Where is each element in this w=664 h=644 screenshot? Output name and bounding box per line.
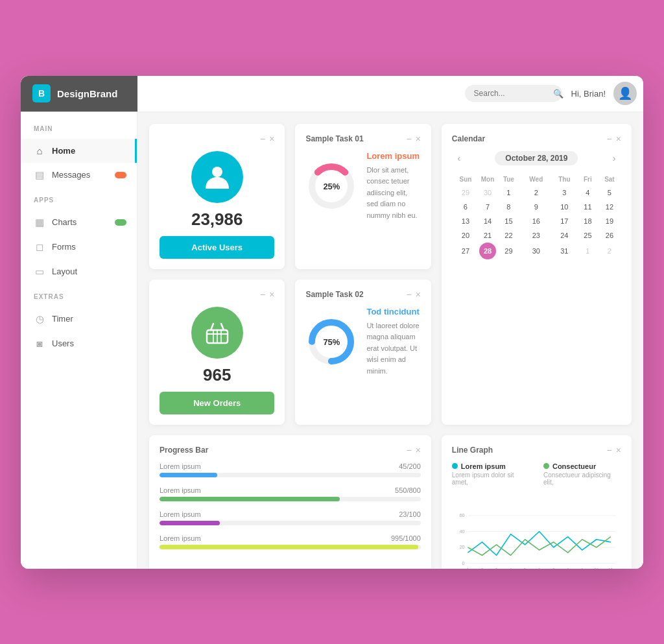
minimize-icon[interactable]: − — [607, 134, 612, 143]
cal-next-button[interactable]: › — [607, 151, 621, 165]
progress-row: Lorem ipsum 550/800 — [160, 486, 421, 501]
svg-text:6: 6 — [538, 567, 541, 568]
cal-day[interactable]: 9 — [521, 200, 551, 214]
minimize-icon[interactable]: − — [607, 446, 612, 455]
close-icon[interactable]: × — [269, 134, 274, 143]
minimize-icon[interactable]: − — [406, 446, 411, 455]
cal-day[interactable]: 13 — [452, 214, 479, 228]
cal-header-wed: Wed — [521, 173, 551, 185]
cal-day[interactable]: 6 — [452, 200, 479, 214]
charts-badge — [115, 219, 126, 226]
cal-day[interactable]: 30 — [521, 243, 551, 259]
cal-day[interactable]: 18 — [578, 214, 598, 228]
active-users-button[interactable]: Active Users — [160, 236, 274, 259]
sidebar: MAIN ⌂ Home ▤ Messages APPS ▦ Charts ◻ F… — [21, 112, 137, 569]
close-icon[interactable]: × — [269, 290, 274, 299]
cal-day[interactable]: 27 — [452, 243, 479, 259]
cal-day[interactable]: 14 — [479, 214, 496, 228]
legend-item-2: Consectueur Consectueur adipiscing elit, — [543, 462, 621, 486]
progress-row: Lorem ipsum 45/200 — [160, 462, 421, 477]
app-container: B DesignBrand 🔍 Hi, Brian! 👤 MAIN ⌂ Home… — [21, 76, 643, 569]
sidebar-item-label: Layout — [52, 267, 77, 276]
cal-day[interactable]: 26 — [598, 228, 621, 243]
new-orders-card: − × — [149, 280, 285, 425]
sidebar-item-users[interactable]: ◙ Users — [21, 331, 137, 355]
sidebar-section-apps: APPS — [21, 197, 137, 210]
cal-day[interactable]: 16 — [521, 214, 551, 228]
cal-day[interactable]: 31 — [551, 243, 578, 259]
progress-fill — [160, 545, 418, 549]
app-body: MAIN ⌂ Home ▤ Messages APPS ▦ Charts ◻ F… — [21, 112, 643, 569]
svg-point-0 — [212, 167, 222, 177]
cal-day[interactable]: 5 — [598, 185, 621, 200]
cal-prev-button[interactable]: ‹ — [452, 151, 466, 165]
cal-day[interactable]: 20 — [452, 228, 479, 243]
active-users-count: 23,986 — [191, 209, 243, 230]
cal-day[interactable]: 4 — [578, 185, 598, 200]
minimize-icon[interactable]: − — [406, 290, 411, 299]
sidebar-item-forms[interactable]: ◻ Forms — [21, 235, 137, 259]
card-controls: − × — [260, 134, 274, 143]
progress-track — [160, 497, 421, 501]
task1-title: Sample Task 01 — [305, 134, 363, 143]
close-icon[interactable]: × — [616, 446, 621, 455]
cal-day[interactable]: 25 — [578, 228, 598, 243]
task1-text: Lorem ipsum Dlor sit amet, consec tetuer… — [366, 151, 420, 222]
cal-day[interactable]: 29 — [452, 185, 479, 200]
close-icon[interactable]: × — [416, 446, 421, 455]
cal-day[interactable]: 17 — [551, 214, 578, 228]
cal-day[interactable]: 10 — [551, 200, 578, 214]
cal-day[interactable]: 23 — [521, 228, 551, 243]
basket-svg — [203, 318, 231, 347]
cal-day[interactable]: 1 — [578, 243, 598, 259]
charts-icon: ▦ — [34, 217, 45, 228]
sidebar-item-messages[interactable]: ▤ Messages — [21, 163, 137, 187]
new-orders-button[interactable]: New Orders — [160, 392, 274, 414]
cal-day[interactable]: 7 — [479, 200, 496, 214]
cal-day[interactable]: 22 — [496, 228, 521, 243]
task2-title: Sample Task 02 — [305, 290, 363, 299]
sidebar-item-label: Home — [52, 146, 75, 156]
legend-dot-row-2: Consectueur — [543, 462, 621, 470]
cal-header-tue: Tue — [496, 173, 521, 185]
minimize-icon[interactable]: − — [406, 134, 411, 143]
cal-header-fri: Fri — [578, 173, 598, 185]
close-icon[interactable]: × — [416, 134, 421, 143]
minimize-icon[interactable]: − — [260, 290, 265, 299]
search-input[interactable] — [465, 85, 562, 102]
sidebar-item-timer[interactable]: ◷ Timer — [21, 307, 137, 331]
progress-label-row: Lorem ipsum 45/200 — [160, 462, 421, 470]
cal-day[interactable]: 19 — [598, 214, 621, 228]
minimize-icon[interactable]: − — [260, 134, 265, 143]
cal-day[interactable]: 12 — [598, 200, 621, 214]
sidebar-item-layout[interactable]: ▭ Layout — [21, 259, 137, 284]
line-graph-svg: 60 40 20 0 1 2 3 4 5 6 7 8 9 10 11 — [452, 492, 621, 569]
cal-day[interactable]: 28 — [479, 243, 496, 259]
cal-header-mon: Mon — [479, 173, 496, 185]
users-icon: ◙ — [34, 338, 45, 349]
cal-day[interactable]: 29 — [496, 243, 521, 259]
sidebar-item-label: Messages — [52, 170, 90, 180]
timer-icon: ◷ — [34, 313, 45, 325]
task2-text: Tod tincidunt Ut laoreet dolore magna al… — [366, 307, 420, 377]
svg-text:10: 10 — [594, 567, 599, 568]
cal-day[interactable]: 11 — [578, 200, 598, 214]
close-icon[interactable]: × — [416, 290, 421, 299]
sidebar-section-extras: EXTRAS — [21, 293, 137, 307]
cal-day[interactable]: 15 — [496, 214, 521, 228]
sidebar-item-home[interactable]: ⌂ Home — [21, 139, 137, 163]
cal-day[interactable]: 24 — [551, 228, 578, 243]
progress-value: 23/100 — [399, 510, 421, 518]
cal-day[interactable]: 1 — [496, 185, 521, 200]
cal-day[interactable]: 30 — [479, 185, 496, 200]
cal-day[interactable]: 21 — [479, 228, 496, 243]
svg-text:2: 2 — [481, 567, 484, 568]
sidebar-item-charts[interactable]: ▦ Charts — [21, 210, 137, 235]
cal-day[interactable]: 2 — [521, 185, 551, 200]
cal-day[interactable]: 2 — [598, 243, 621, 259]
cal-day[interactable]: 8 — [496, 200, 521, 214]
close-icon[interactable]: × — [616, 134, 621, 143]
progress-track — [160, 545, 421, 549]
cal-day[interactable]: 3 — [551, 185, 578, 200]
card-controls: − × — [260, 290, 274, 299]
